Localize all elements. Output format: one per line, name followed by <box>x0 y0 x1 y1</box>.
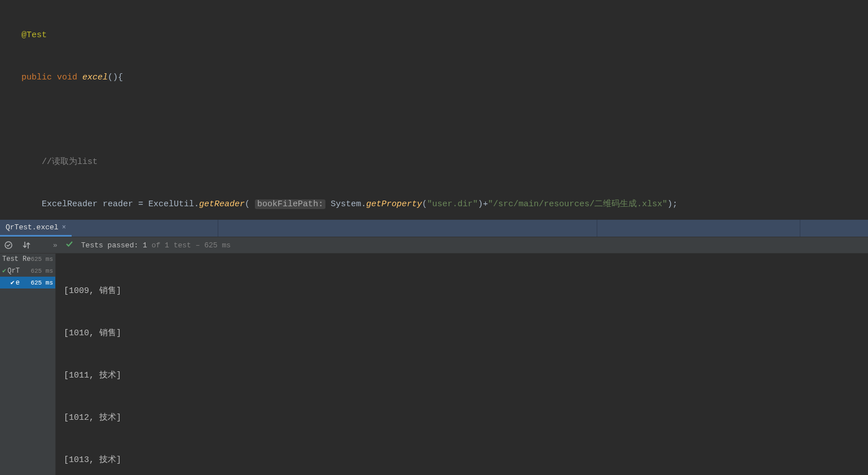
console-line: [1012, 技术] <box>64 411 860 425</box>
run-tab-qrtest-excel[interactable]: QrTest.excel × <box>0 220 72 237</box>
console-line: [1009, 销售] <box>64 284 860 298</box>
parameter-hint: bookFilePath: <box>255 199 325 209</box>
tab-label: QrTest.excel <box>6 223 59 232</box>
tree-row-excel[interactable]: ✔e 625 ms <box>0 277 55 288</box>
annotation: @Test <box>21 30 47 40</box>
check-icon: ✔ <box>2 267 6 275</box>
modifiers: public void <box>21 73 77 82</box>
tree-row-qrtest[interactable]: ✔QrT 625 ms <box>0 265 55 277</box>
chevrons-icon[interactable]: » <box>53 241 58 250</box>
check-icon <box>65 240 73 250</box>
console-line: [1011, 技术] <box>64 369 860 383</box>
console-line: [1013, 技术] <box>64 453 860 467</box>
editor-scrollbar[interactable] <box>856 0 868 220</box>
console-output[interactable]: [1009, 销售] [1010, 销售] [1011, 技术] [1012, … <box>56 254 868 475</box>
test-toolbar: » Tests passed: 1 of 1 test – 625 ms <box>0 237 868 254</box>
tree-row-test-results[interactable]: Test Re 625 ms <box>0 254 55 265</box>
code-editor[interactable]: @Test public void excel(){ //读取为list Exc… <box>0 0 868 220</box>
run-tab-bar: QrTest.excel × <box>0 220 868 237</box>
close-icon[interactable]: × <box>62 224 66 232</box>
comment-list: //读取为list <box>42 157 98 167</box>
test-status: Tests passed: 1 of 1 test – 625 ms <box>81 241 231 250</box>
test-tree[interactable]: Test Re 625 ms ✔QrT 625 ms ✔e 625 ms <box>0 254 56 475</box>
sort-icon[interactable] <box>21 240 32 250</box>
show-passed-icon[interactable] <box>3 240 14 250</box>
method-name: excel <box>82 73 108 82</box>
console-line: [1010, 销售] <box>64 326 860 340</box>
check-icon: ✔ <box>10 279 14 287</box>
test-results: Test Re 625 ms ✔QrT 625 ms ✔e 625 ms [10… <box>0 254 868 475</box>
